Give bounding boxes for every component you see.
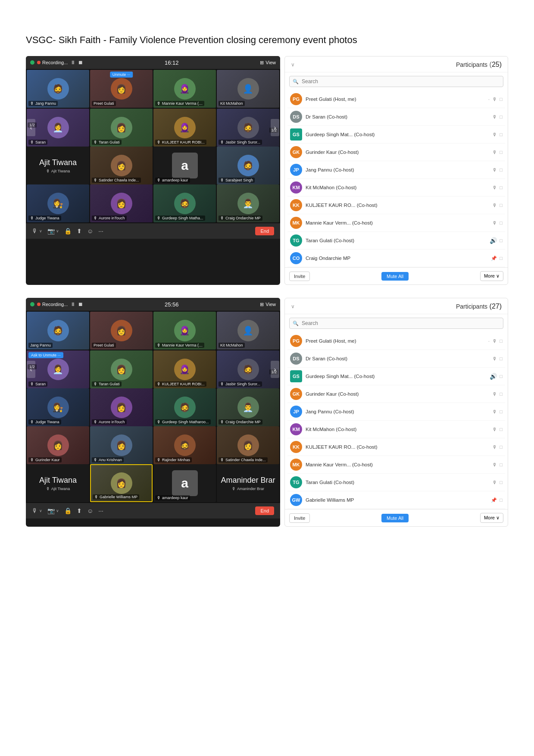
stop-icon[interactable]: ⏹ xyxy=(78,59,83,66)
video-off-gurinder-kaur: □ xyxy=(500,150,503,155)
end-meeting-button[interactable]: End xyxy=(255,227,274,235)
mute-all-button-2[interactable]: Mute All xyxy=(381,514,409,522)
mute-all-button-1[interactable]: Mute All xyxy=(381,272,409,281)
video-off-kit-2: □ xyxy=(500,427,503,432)
video-cell-sarabjeet: 🧔 🎙 Sarabjeet Singh xyxy=(217,147,279,184)
name-tag-taran-2: 🎙 Taran Gulati xyxy=(92,381,122,387)
reactions-control-2[interactable]: ☺ xyxy=(87,507,93,514)
dot-preet-2: · xyxy=(488,337,490,344)
unmute-button[interactable]: Unmute ··· xyxy=(110,72,133,78)
mic-satinder2: 🎙 xyxy=(220,458,224,462)
mic-amaninder-sub: 🎙 xyxy=(232,487,236,491)
mic-active-taran: 🔊 xyxy=(490,237,497,244)
video-control-2[interactable]: 📷∨ xyxy=(47,507,59,514)
meeting-timer-2: 25:56 xyxy=(165,301,179,308)
video-cell-saran-2: 👩‍💼 Ask to Unmute ··· 🎙 Saran xyxy=(27,350,89,388)
nav-arrow-right-2[interactable]: › xyxy=(271,361,279,378)
video-cell-kit-mcmahon: 👤 Kit McMahon xyxy=(217,70,279,108)
participants-title-1: Participants xyxy=(456,61,487,68)
reactions-control[interactable]: ☺ xyxy=(87,228,93,234)
zoom-bottombar-2: 🎙∨ 📷∨ 🔒 ⬆ ☺ ··· End xyxy=(26,503,280,519)
video-cell-kuljeet: 🧕 🎙 KULJEET KAUR ROBI... xyxy=(153,109,216,147)
name-tag-rajinder-2: 🎙 Rajinder Minhas xyxy=(155,457,192,462)
share-control-2[interactable]: ⬆ xyxy=(77,507,82,514)
more-button-1[interactable]: More ∨ xyxy=(480,271,503,281)
controls-gurdeep-2: 🔊 □ xyxy=(490,373,503,380)
search-input-1[interactable] xyxy=(289,76,503,87)
participants-title-wrapper-2: Participants (27) xyxy=(456,303,502,310)
participant-item-taran-gulati-panel: TG Taran Gulati (Co-host) 🔊 □ xyxy=(287,232,505,250)
end-meeting-button-2[interactable]: End xyxy=(255,506,274,515)
mic-control-2[interactable]: 🎙∨ xyxy=(32,507,42,514)
video-off-jang-pannu: □ xyxy=(500,167,503,172)
mic-control[interactable]: 🎙∨ xyxy=(32,228,42,234)
video-cell-amardeep-2: a 🎙 amardeep kaur xyxy=(153,464,216,502)
pause-icon-2[interactable]: ⏸ xyxy=(70,301,75,307)
security-control[interactable]: 🔒 xyxy=(64,228,72,234)
nav-arrow-left-1[interactable]: ‹ xyxy=(27,119,35,136)
mic-icon-jasbir: 🎙 xyxy=(220,140,224,144)
recording-indicator: Recording... xyxy=(37,60,68,65)
avatar-mannie-kaur: MK xyxy=(290,217,302,229)
mic-off-kit-2: 🎙 xyxy=(492,427,497,432)
panel-chevron-2[interactable]: ∨ xyxy=(291,303,295,309)
grid-view-icon: ⊞ xyxy=(260,60,264,66)
mic-icon-satinder: 🎙 xyxy=(94,178,97,182)
avatar-kit-mcmahon: KM xyxy=(290,181,302,194)
status-dot xyxy=(30,60,34,65)
view-button[interactable]: ⊞ View xyxy=(260,60,276,66)
panel-chevron-1[interactable]: ∨ xyxy=(291,62,295,68)
info-kuljeet: KULJEET KAUR RO... (Co-host) xyxy=(306,203,489,208)
video-control[interactable]: 📷∨ xyxy=(47,228,59,234)
name-tag-preet-gulati-2: Preet Gulati xyxy=(92,343,116,348)
share-control[interactable]: ⬆ xyxy=(77,228,82,234)
invite-button-2[interactable]: Invite xyxy=(289,513,310,523)
mic-off-preet-2: 🎙 xyxy=(492,338,497,344)
video-off-jang-pannu-2: □ xyxy=(500,409,503,414)
video-off-gurdeep-singh: □ xyxy=(500,132,503,137)
pause-stop-2[interactable]: ⏸ ⏹ xyxy=(70,301,83,307)
view-button-2[interactable]: ⊞ View xyxy=(260,302,276,307)
participant-list-2: PG Preet Gulati (Host, me) · 🎙 □ DS Dr S… xyxy=(285,332,508,509)
name-tag-jasbir: 🎙 Jasbir Singh Suror... xyxy=(219,140,262,145)
search-input-2[interactable] xyxy=(289,318,503,329)
participant-item-taran-gulati-panel-2: TG Taran Gulati (Co-host) 🎙 □ xyxy=(287,474,505,491)
view-label-2: View xyxy=(265,302,276,307)
controls-jang-pannu-2: 🎙 □ xyxy=(492,409,503,414)
pause-stop-controls[interactable]: ⏸ ⏹ xyxy=(70,59,83,66)
more-control[interactable]: ··· xyxy=(98,228,103,234)
nav-arrow-left-2[interactable]: ‹ xyxy=(27,361,35,378)
video-cell-saran: 👩‍💼 🎙 Saran xyxy=(27,109,89,147)
video-off-gurinder-2: □ xyxy=(500,391,503,397)
security-control-2[interactable]: 🔒 xyxy=(64,507,72,514)
more-button-2[interactable]: More ∨ xyxy=(480,513,503,523)
view-label: View xyxy=(265,60,276,65)
ask-to-unmute-button[interactable]: Ask to Unmute ··· xyxy=(28,352,63,358)
participant-list-1: PG Preet Gulati (Host, me) · 🎙 □ DS Dr S… xyxy=(285,91,508,267)
video-cell-craig-2: 👨‍💼 🎙 Craig Ondarchie MP xyxy=(217,388,279,426)
pause-icon[interactable]: ⏸ xyxy=(70,59,75,66)
avatar-kuljeet: KK xyxy=(290,199,302,211)
participant-item-kit-mcmahon-panel: KM Kit McMahon (Co-host) 🎙 □ xyxy=(287,179,505,197)
info-gabrielle: Gabrielle Williams MP xyxy=(306,497,487,503)
more-control-2[interactable]: ··· xyxy=(98,507,103,514)
avatar-jang-pannu: JP xyxy=(290,164,302,176)
participant-item-gabrielle-panel: GW Gabrielle Williams MP 📌 □ xyxy=(287,491,505,509)
invite-button-1[interactable]: Invite xyxy=(289,272,310,281)
mic-mk2: 🎙 xyxy=(157,343,161,347)
video-cell-kit-mcmahon-2: 👤 Kit McMahon xyxy=(217,312,279,350)
info-dr-saran-2: Dr Saran (Co-host) xyxy=(306,356,489,361)
stop-icon-2[interactable]: ⏹ xyxy=(78,301,83,307)
mic-icon-amardeep: 🎙 xyxy=(157,178,161,182)
nav-arrow-right-1[interactable]: › xyxy=(271,119,279,136)
mic-off-jang-pannu: 🎙 xyxy=(492,167,497,172)
mic-active-gurdeep-2: 🔊 xyxy=(490,373,497,380)
video-off-dr-saran: □ xyxy=(500,114,503,119)
avatar-mannie-2: MK xyxy=(290,459,302,471)
participant-item-preet-gulati-2: PG Preet Gulati (Host, me) · 🎙 □ xyxy=(287,332,505,350)
mic-icon-craig: 🎙 xyxy=(220,216,224,220)
zoom-controls-2: 🎙∨ 📷∨ 🔒 ⬆ ☺ ··· xyxy=(32,507,103,514)
mic-gurinder2: 🎙 xyxy=(30,458,34,462)
info-taran-2: Taran Gulati (Co-host) xyxy=(306,480,489,485)
video-cell-taran-gulati-2: 👩 🎙 Taran Gulati xyxy=(90,350,153,388)
